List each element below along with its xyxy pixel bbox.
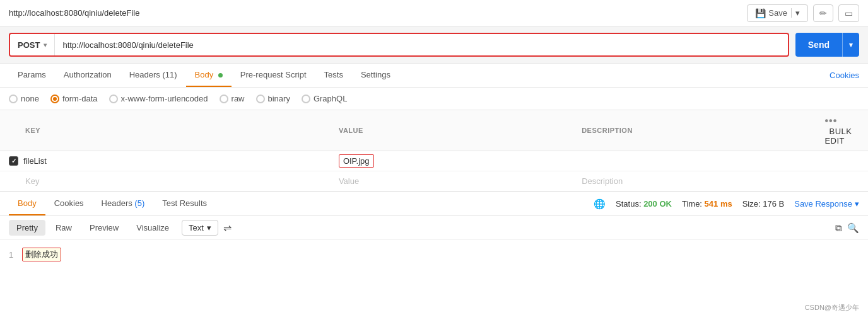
- format-tab-pretty[interactable]: Pretty: [9, 220, 45, 236]
- placeholder-value-cell[interactable]: Value: [330, 171, 573, 192]
- status-label: Status: 200 OK: [616, 199, 672, 209]
- col-actions: ••• Bulk Edit: [816, 110, 868, 151]
- search-response-button[interactable]: 🔍: [847, 222, 859, 234]
- format-type-label: Text: [189, 223, 204, 232]
- body-options: none form-data x-www-form-urlencoded raw…: [0, 88, 868, 110]
- placeholder-key-label: Key: [25, 176, 39, 186]
- response-body: 1 删除成功: [0, 240, 868, 278]
- placeholder-actions-cell: [816, 171, 868, 192]
- params-table: KEY VALUE DESCRIPTION ••• Bulk Edit file…: [0, 110, 868, 192]
- more-options-icon[interactable]: •••: [824, 115, 837, 126]
- save-response-button[interactable]: Save Response ▾: [794, 199, 859, 209]
- size-value: 176 B: [763, 199, 784, 209]
- table-row: fileList OIP.jpg: [0, 151, 868, 171]
- method-arrow-icon: ▾: [44, 42, 47, 49]
- url-input[interactable]: [55, 40, 787, 50]
- radio-urlencoded-label: x-www-form-urlencoded: [121, 94, 208, 103]
- format-tab-preview[interactable]: Preview: [82, 220, 126, 236]
- radio-form-data-circle: [50, 94, 59, 103]
- method-select[interactable]: POST ▾: [10, 34, 55, 55]
- copy-icon: ⧉: [835, 222, 842, 233]
- comment-button[interactable]: ▭: [838, 4, 859, 22]
- response-content: 删除成功: [22, 248, 61, 261]
- save-chevron-icon[interactable]: ▾: [791, 8, 800, 18]
- copy-button[interactable]: ⧉: [835, 222, 842, 234]
- radio-urlencoded-circle: [109, 94, 118, 103]
- radio-binary-circle: [256, 94, 265, 103]
- format-tabs: Pretty Raw Preview Visualize: [9, 220, 177, 236]
- row-checkbox[interactable]: [9, 156, 18, 166]
- radio-graphql-circle: [302, 94, 310, 103]
- tab-tests[interactable]: Tests: [315, 64, 352, 87]
- format-toolbar: Pretty Raw Preview Visualize Text ▾ ⇌ ⧉ …: [0, 216, 868, 240]
- response-line-1: 1 删除成功: [0, 246, 868, 263]
- table-placeholder-row: Key Value Description: [0, 171, 868, 192]
- send-label: Send: [795, 40, 842, 50]
- top-bar: http://localhost:8080/qiniu/deleteFile 💾…: [0, 0, 868, 26]
- search-icon: 🔍: [847, 222, 859, 233]
- status-value: 200 OK: [643, 199, 672, 209]
- format-type-button[interactable]: Text ▾: [182, 220, 218, 236]
- edit-icon: ✏: [819, 8, 827, 18]
- save-response-arrow-icon: ▾: [855, 199, 859, 209]
- save-icon: 💾: [755, 8, 766, 18]
- line-number-1: 1: [0, 250, 22, 260]
- radio-none-circle: [9, 94, 18, 103]
- send-arrow-icon[interactable]: ▾: [842, 33, 859, 57]
- format-actions: ⧉ 🔍: [835, 222, 859, 234]
- comment-icon: ▭: [845, 8, 853, 18]
- time-label: Time: 541 ms: [682, 199, 732, 209]
- response-meta: 🌐 Status: 200 OK Time: 541 ms Size: 176 …: [594, 198, 859, 210]
- response-section: Body Cookies Headers (5) Test Results 🌐 …: [0, 192, 868, 278]
- row-desc-cell[interactable]: [573, 151, 816, 171]
- response-tab-tests[interactable]: Test Results: [153, 192, 216, 215]
- radio-binary[interactable]: binary: [256, 94, 290, 103]
- tab-params[interactable]: Params: [9, 64, 55, 87]
- tab-authorization[interactable]: Authorization: [55, 64, 120, 87]
- headers-badge: (11): [162, 70, 177, 79]
- format-tab-raw[interactable]: Raw: [48, 220, 79, 236]
- top-bar-actions: 💾 Save ▾ ✏ ▭: [747, 4, 859, 22]
- url-bar: POST ▾ Send ▾: [0, 26, 868, 64]
- save-response-label: Save Response: [794, 199, 852, 209]
- radio-raw[interactable]: raw: [220, 94, 245, 103]
- tab-pre-request[interactable]: Pre-request Script: [232, 64, 315, 87]
- response-tab-headers[interactable]: Headers (5): [93, 192, 154, 215]
- row-key-cell: fileList: [0, 151, 330, 171]
- send-button[interactable]: Send ▾: [795, 33, 859, 57]
- radio-form-data[interactable]: form-data: [50, 94, 98, 103]
- row-actions-cell: [816, 151, 868, 171]
- response-tabs-row: Body Cookies Headers (5) Test Results 🌐 …: [0, 192, 868, 216]
- tab-headers[interactable]: Headers (11): [120, 64, 186, 87]
- response-headers-badge: (5): [134, 198, 144, 208]
- main-tabs-row: Params Authorization Headers (11) Body P…: [0, 64, 868, 88]
- col-key: KEY: [0, 110, 330, 151]
- radio-none[interactable]: none: [9, 94, 39, 103]
- radio-raw-label: raw: [232, 94, 245, 103]
- url-row: POST ▾: [9, 33, 789, 57]
- format-tab-visualize[interactable]: Visualize: [129, 220, 177, 236]
- radio-binary-label: binary: [268, 94, 290, 103]
- wrap-icon: ⇌: [223, 222, 232, 233]
- row-value-cell: OIP.jpg: [330, 151, 573, 171]
- placeholder-key-cell[interactable]: Key: [0, 171, 330, 192]
- wrap-button[interactable]: ⇌: [223, 222, 232, 234]
- row-key-value[interactable]: fileList: [23, 156, 47, 166]
- main-tabs: Params Authorization Headers (11) Body P…: [9, 64, 399, 87]
- tab-settings[interactable]: Settings: [352, 64, 399, 87]
- placeholder-desc-cell[interactable]: Description: [573, 171, 816, 192]
- response-tab-body[interactable]: Body: [9, 192, 45, 215]
- cookies-link[interactable]: Cookies: [830, 71, 859, 80]
- save-button[interactable]: 💾 Save ▾: [747, 4, 808, 22]
- col-description: DESCRIPTION: [573, 110, 816, 151]
- radio-urlencoded[interactable]: x-www-form-urlencoded: [109, 94, 208, 103]
- response-tab-cookies[interactable]: Cookies: [45, 192, 93, 215]
- col-value: VALUE: [330, 110, 573, 151]
- save-label: Save: [768, 8, 787, 18]
- radio-graphql[interactable]: GraphQL: [302, 94, 347, 103]
- bulk-edit-button[interactable]: Bulk Edit: [824, 127, 852, 146]
- row-value[interactable]: OIP.jpg: [339, 154, 374, 168]
- globe-icon: 🌐: [594, 198, 606, 210]
- edit-button[interactable]: ✏: [813, 4, 833, 22]
- tab-body[interactable]: Body: [186, 64, 232, 87]
